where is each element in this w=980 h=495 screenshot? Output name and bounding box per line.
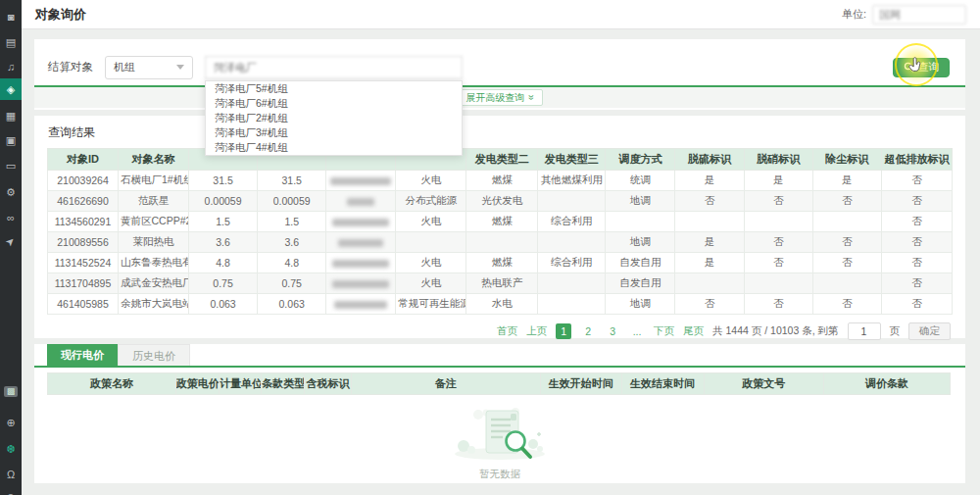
page-number[interactable]: 2: [580, 323, 596, 339]
results-panel: 查询结果 对象ID对象名称发电类型二发电类型三调度方式脱硫标识脱硝标识除尘标识超…: [34, 116, 965, 338]
suggestion-item[interactable]: 菏泽电厂5#机组: [206, 81, 462, 96]
music-icon: ♫: [7, 62, 15, 73]
column-header: 对象ID: [48, 149, 119, 171]
column-header: 生效开始时间: [540, 373, 621, 395]
next-page-button[interactable]: 下页: [654, 324, 674, 338]
table-cell: 否: [881, 191, 952, 212]
table-cell: 否: [881, 253, 952, 273]
redacted-text: [332, 219, 389, 226]
goto-page-input[interactable]: [848, 322, 881, 340]
table-cell: [326, 191, 396, 212]
tab-history-price[interactable]: 历史电价: [118, 344, 190, 366]
table-cell: [538, 294, 606, 315]
table-cell: [744, 212, 812, 232]
table-row[interactable]: 1134560291黄前区CCPP#21.51.5火电燃煤综合利用否: [48, 212, 953, 232]
gear-icon[interactable]: ⚙: [0, 181, 22, 203]
table-cell: [326, 294, 396, 315]
prev-page-button[interactable]: 上页: [526, 324, 547, 338]
double-chevron-down-icon: «: [526, 95, 537, 101]
settle-object-select[interactable]: 机组: [105, 56, 193, 79]
table-cell: 莱阳热电: [118, 232, 188, 253]
table-cell: 0.063: [258, 294, 326, 315]
list-icon: ▦: [6, 111, 16, 122]
redacted-text: [334, 301, 387, 309]
unit-input[interactable]: 国网: [872, 5, 966, 25]
first-page-button[interactable]: 首页: [497, 324, 517, 338]
expand-advanced-button[interactable]: 展开高级查询 «: [457, 89, 543, 106]
table-cell: [538, 273, 606, 294]
table-row[interactable]: 1131704895成武金安热电厂...0.750.75火电热电联产自发自用否: [48, 273, 953, 294]
user-circle-icon[interactable]: ◍: [0, 486, 22, 495]
bell-icon[interactable]: Ω: [0, 464, 22, 485]
suggestion-item[interactable]: 菏泽电厂6#机组: [206, 96, 462, 111]
table-cell: [606, 212, 675, 232]
screenshot-icon[interactable]: ▩: [0, 380, 22, 402]
table-row[interactable]: 210089556莱阳热电3.63.6地调是否否否: [48, 232, 953, 253]
app-logo-icon[interactable]: ◙: [0, 6, 22, 27]
table-cell: [326, 273, 396, 294]
music-icon[interactable]: ♫: [0, 56, 22, 77]
query-button[interactable]: 查询: [893, 58, 950, 77]
table-cell: [812, 273, 881, 294]
last-page-button[interactable]: 尾页: [683, 324, 704, 338]
table-cell: 热电联产: [466, 273, 538, 294]
column-header: 超低排放标识: [881, 149, 952, 171]
table-cell: [396, 232, 466, 253]
table-cell: 是: [675, 232, 744, 253]
page-number[interactable]: 1: [556, 323, 571, 339]
table-cell: 210089556: [48, 232, 119, 253]
tab-current-price[interactable]: 现行电价: [47, 344, 118, 366]
inquiry-search-icon[interactable]: ◈: [0, 78, 22, 100]
query-button-label: 查询: [918, 60, 940, 74]
settings-circle-icon[interactable]: ⊕: [0, 412, 22, 433]
screenshot-icon: ▩: [4, 386, 19, 397]
table-cell: 综合利用: [538, 253, 606, 273]
table-cell: [326, 212, 396, 232]
folder-icon[interactable]: ▤: [0, 31, 22, 53]
suggestion-dropdown: 菏泽电厂5#机组菏泽电厂6#机组菏泽电厂2#机组菏泽电厂3#机组菏泽电厂4#机组: [205, 80, 463, 156]
window-icon[interactable]: ▭: [0, 155, 22, 176]
redacted-text: [330, 177, 391, 185]
table-cell: 0.00059: [188, 191, 257, 212]
table-cell: [466, 232, 538, 253]
policy-table: 政策名称政策电价计量单位条款类型含税标识备注生效开始时间生效结束时间政策文号调价…: [47, 372, 951, 395]
table-cell: 否: [881, 294, 952, 315]
pagination: 首页上页123...下页尾页共 1444 页 / 10103 条, 到第页确定: [47, 322, 953, 340]
empty-state-text: 暂无数据: [34, 468, 965, 481]
table-row[interactable]: 461626690范跃星0.000590.00059分布式能源光伏发电地调否否否…: [48, 191, 953, 212]
table-cell: 461626690: [48, 191, 119, 212]
column-header: 调度方式: [606, 149, 675, 171]
dots-icon[interactable]: ∞: [0, 207, 22, 228]
table-row[interactable]: 461405985余姚市大岚电站20.0630.063常规可再生能源水电地调否否…: [48, 294, 953, 315]
pin-icon[interactable]: ➤: [0, 230, 22, 252]
table-cell: 否: [744, 294, 812, 315]
column-header: 政策名称: [48, 373, 176, 395]
table-cell: 否: [812, 253, 881, 273]
list-icon[interactable]: ▦: [0, 105, 22, 126]
column-header: 对象名称: [118, 149, 188, 171]
goto-confirm-button[interactable]: 确定: [908, 322, 951, 340]
table-cell: 火电: [396, 273, 466, 294]
suggestion-item[interactable]: 菏泽电厂4#机组: [206, 140, 462, 155]
page-number[interactable]: 3: [605, 323, 620, 339]
table-cell: 燃煤: [466, 212, 538, 232]
column-header: 计量单位: [219, 373, 261, 395]
settings-circle-icon: ⊕: [6, 418, 15, 428]
table-cell: 否: [675, 191, 744, 212]
keyword-input[interactable]: 菏泽电厂: [205, 56, 463, 79]
table-cell: 是: [675, 253, 744, 273]
page-number[interactable]: ...: [629, 323, 645, 339]
table-cell: 火电: [396, 171, 466, 191]
table-row[interactable]: 210039264石横电厂1#机组31.531.5火电燃煤其他燃煤利用统调是是是…: [48, 171, 953, 191]
column-header: 政策电价: [175, 373, 219, 395]
table-row[interactable]: 1131452524山东鲁泰热电有...4.84.8火电燃煤综合利用自发自用是否…: [48, 253, 953, 273]
column-header: 脱硝标识: [744, 149, 812, 171]
snowflake-icon[interactable]: ❆: [0, 438, 22, 460]
table-cell: 否: [881, 232, 952, 253]
suggestion-item[interactable]: 菏泽电厂2#机组: [206, 111, 462, 125]
table-cell: 否: [744, 191, 812, 212]
table-cell: 燃煤: [466, 253, 538, 273]
redacted-text: [332, 260, 389, 268]
card-icon[interactable]: ▣: [0, 129, 22, 151]
suggestion-item[interactable]: 菏泽电厂3#机组: [206, 125, 462, 140]
